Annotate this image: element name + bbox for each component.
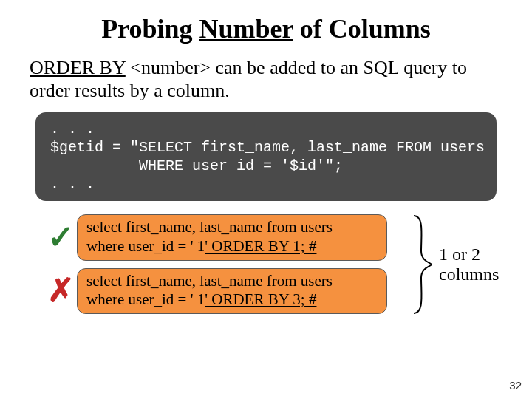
code-block: . . . $getid = "SELECT first_name, last_… [35,112,497,201]
title-post: of Columns [293,14,431,44]
query-box-valid: select first_name, last_name from users … [77,214,387,260]
brace-label-line1: 1 or 2 [439,245,480,264]
query-line-1: select first_name, last_name from users [86,218,332,236]
slide: Probing Number of Columns ORDER BY <numb… [0,0,532,399]
query-line-2-ul: ' ORDER BY 1; # [205,237,316,255]
title-pre: Probing [101,14,199,44]
page-number: 32 [509,379,522,392]
examples-group: ✓ select first_name, last_name from user… [44,214,502,314]
query-line-2-ul: ' ORDER BY 3; # [205,290,316,308]
query-line-2-pre: where user_id = ' 1 [86,237,205,255]
code-line-2: $getid = "SELECT first_name, last_name F… [50,139,485,156]
title-underline: Number [200,14,293,44]
brace-label-line2: columns [439,265,499,284]
brace-label: 1 or 2 columns [439,245,499,285]
brace-annotation: 1 or 2 columns [409,213,499,316]
cross-icon: ✗ [44,275,77,307]
code-line-1: . . . [50,120,95,137]
code-line-4: . . . [50,176,95,193]
page-title: Probing Number of Columns [30,13,502,44]
desc-underline: ORDER BY [30,57,126,78]
code-line-3: WHERE user_id = '$id'"; [50,157,343,174]
check-icon: ✓ [44,222,77,254]
description: ORDER BY <number> can be added to an SQL… [30,56,502,102]
query-box-invalid: select first_name, last_name from users … [77,268,387,314]
query-line-2-pre: where user_id = ' 1 [86,290,205,308]
query-line-1: select first_name, last_name from users [86,272,332,290]
brace-icon [409,213,434,316]
